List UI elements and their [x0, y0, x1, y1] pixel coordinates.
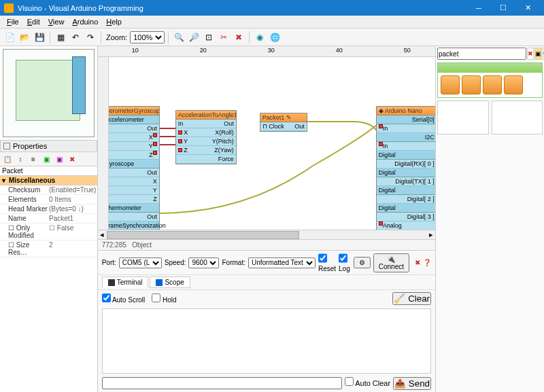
terminal-input[interactable]: [102, 377, 342, 389]
prop-row-name[interactable]: NamePacket1: [0, 214, 97, 224]
extra-panel-1[interactable]: [437, 101, 489, 135]
zoom-select[interactable]: 100%: [130, 31, 165, 43]
component-item-1[interactable]: [441, 75, 460, 94]
connect-button[interactable]: 🔌 Connect: [373, 253, 409, 272]
terminal-output[interactable]: [102, 308, 431, 374]
send-button[interactable]: 📤 Send: [393, 377, 431, 390]
delete-button[interactable]: ✖: [232, 31, 245, 44]
canvas-area: 1020304050 elerometerGyroscope1 Accelero…: [98, 46, 435, 230]
prop-btn-2[interactable]: ↕: [14, 154, 27, 164]
prop-row-checksum[interactable]: Checksum(Enabled=True): [0, 185, 97, 195]
node-packet[interactable]: Packet1 ✎ ⊓ ClockOut: [260, 113, 307, 132]
bottom-tabs: Terminal Scope: [98, 275, 435, 290]
node-arduino-nano[interactable]: ◆ Arduino Nano Serial[0] In I2C In Digit…: [376, 106, 435, 230]
undo-button[interactable]: ↶: [69, 31, 82, 44]
pin-in[interactable]: [178, 139, 182, 143]
tab-scope[interactable]: Scope: [150, 277, 190, 288]
prop-row-sizeres[interactable]: ☐ Size Res…2: [0, 240, 97, 257]
search-clear-button[interactable]: ✖: [527, 48, 534, 60]
clear-button[interactable]: 🧹 Clear: [392, 292, 431, 305]
scrollbar-horizontal[interactable]: ◂ ▸: [98, 230, 435, 239]
component-item-2[interactable]: [462, 75, 481, 94]
menu-arduino[interactable]: Arduino: [68, 16, 102, 27]
terminal-options: Auto Scroll Hold 🧹 Clear: [98, 290, 435, 307]
menu-view[interactable]: View: [44, 16, 69, 27]
prop-btn-6[interactable]: ✖: [66, 154, 78, 164]
component-palette: [437, 63, 543, 98]
minimize-button[interactable]: ─: [466, 0, 491, 16]
maximize-button[interactable]: ☐: [491, 0, 515, 16]
format-label: Format:: [222, 259, 245, 266]
component-item-4[interactable]: [504, 75, 523, 94]
pin-out[interactable]: [153, 151, 157, 155]
pin-out[interactable]: [153, 133, 157, 137]
prop-btn-3[interactable]: ≡: [27, 154, 39, 164]
node-angle[interactable]: AccelerationToAngle1 InOut XX(Roll) YY(P…: [175, 110, 237, 164]
port-select[interactable]: COM5 (L: [119, 257, 162, 268]
zoom-in-button[interactable]: 🔍: [172, 31, 186, 44]
zoom-out-button[interactable]: 🔎: [187, 31, 201, 44]
menu-help[interactable]: Help: [102, 16, 126, 27]
ruler-horizontal: 1020304050: [98, 46, 435, 57]
properties-toolbar: 📋 ↕ ≡ ▣ ▣ ✖: [0, 152, 97, 166]
speed-label: Speed:: [165, 259, 186, 266]
port-label: Port:: [102, 259, 116, 266]
prop-category[interactable]: ▾Miscellaneous: [0, 176, 97, 185]
prop-btn-4[interactable]: ▣: [40, 154, 52, 164]
arduino-button[interactable]: ◉: [253, 31, 267, 44]
close-icon[interactable]: ✖: [415, 259, 420, 266]
properties-grid[interactable]: ▾Miscellaneous Checksum(Enabled=True) El…: [0, 176, 97, 392]
log-settings-button[interactable]: ⚙: [354, 257, 371, 268]
save-button[interactable]: 💾: [33, 31, 46, 44]
left-panel: Properties 📋 ↕ ≡ ▣ ▣ ✖ Packet ▾Miscellan…: [0, 46, 98, 392]
pin-in[interactable]: [178, 148, 182, 152]
format-select[interactable]: Unformatted Text: [248, 257, 316, 268]
canvas-status: 772:285 Object: [98, 239, 435, 250]
grid-button[interactable]: ▦: [54, 31, 67, 44]
hold-checkbox[interactable]: Hold: [152, 293, 176, 304]
pin-out[interactable]: [153, 142, 157, 146]
palette-header[interactable]: [438, 63, 542, 73]
new-button[interactable]: 📄: [3, 31, 16, 44]
autoclear-checkbox[interactable]: Auto Clear: [345, 377, 390, 390]
prop-btn-1[interactable]: 📋: [1, 154, 14, 164]
properties-title: Properties: [0, 140, 97, 152]
open-button[interactable]: 📂: [18, 31, 31, 44]
design-canvas[interactable]: elerometerGyroscope1 Accelerometer Out X…: [109, 57, 435, 230]
serial-toolbar: Port: COM5 (L Speed: 9600 Format: Unform…: [98, 251, 435, 275]
cut-button[interactable]: ✂: [217, 31, 231, 44]
menubar: File Edit View Arduino Help: [0, 16, 544, 29]
search-btn-1[interactable]: ▣: [534, 48, 542, 60]
log-checkbox[interactable]: Log: [339, 253, 351, 272]
preview-pane[interactable]: [3, 49, 95, 137]
right-panel: ✖ ▣ ▾ ▣ ▣: [435, 46, 544, 392]
extra-panel-2[interactable]: [492, 101, 543, 135]
zoom-fit-button[interactable]: ⊡: [202, 31, 216, 44]
window-title: Visuino - Visual Arduino Programming: [18, 4, 466, 12]
prop-btn-5[interactable]: ▣: [53, 154, 65, 164]
pin-in[interactable]: [178, 130, 182, 135]
component-item-3[interactable]: [483, 75, 502, 94]
ruler-vertical: [98, 57, 109, 230]
main-toolbar: 📄 📂 💾 ▦ ↶ ↷ Zoom: 100% 🔍 🔎 ⊡ ✂ ✖ ◉ 🌐: [0, 29, 544, 46]
help-icon[interactable]: ❓: [423, 259, 431, 266]
titlebar: Visuino - Visual Arduino Programming ─ ☐…: [0, 0, 544, 16]
node-accelerometer[interactable]: elerometerGyroscope1 Accelerometer Out X…: [109, 106, 160, 230]
redo-button[interactable]: ↷: [84, 31, 97, 44]
tab-terminal[interactable]: Terminal: [102, 277, 149, 288]
component-search-input[interactable]: [437, 48, 526, 60]
prop-row-elements[interactable]: Elements0 Items: [0, 195, 97, 204]
prop-row-headmarker[interactable]: Head Marker(Bytes=0 ↓): [0, 204, 97, 214]
prop-row-onlymod[interactable]: ☐ Only Modified☐ False: [0, 224, 97, 240]
menu-edit[interactable]: Edit: [23, 16, 44, 27]
app-icon: [4, 3, 14, 13]
menu-file[interactable]: File: [3, 16, 23, 27]
prop-root: Packet: [0, 166, 97, 176]
autoscroll-checkbox[interactable]: Auto Scroll: [102, 293, 146, 304]
zoom-label: Zoom:: [106, 33, 127, 41]
close-button[interactable]: ✕: [515, 0, 540, 16]
speed-select[interactable]: 9600: [188, 257, 219, 268]
upload-button[interactable]: 🌐: [268, 31, 282, 44]
bottom-panel: Port: COM5 (L Speed: 9600 Format: Unform…: [98, 250, 435, 392]
reset-checkbox[interactable]: Reset: [318, 253, 336, 272]
